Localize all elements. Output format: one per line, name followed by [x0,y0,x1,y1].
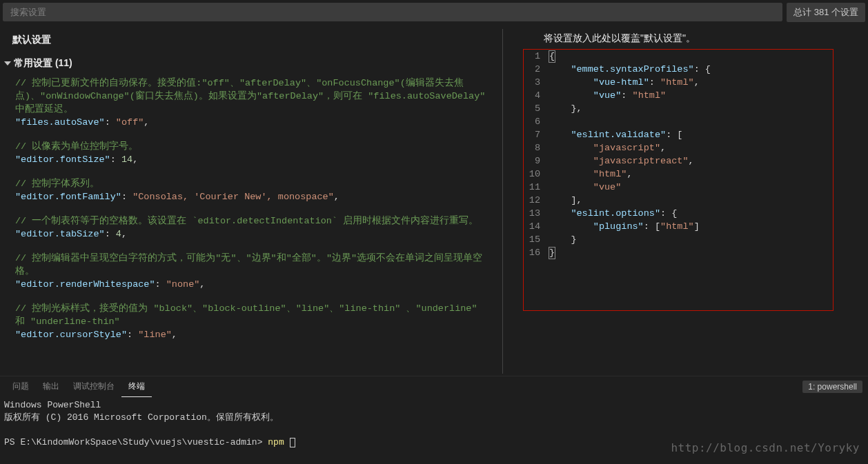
setting-group[interactable]: // 控制已更新文件的自动保存。接受的值:"off"、"afterDelay"、… [15,77,487,129]
setting-keyvalue[interactable]: "editor.fontFamily": "Consolas, 'Courier… [15,190,487,203]
code-area[interactable]: { "emmet.syntaxProfiles": { "vue-html": … [546,50,833,310]
search-input[interactable] [3,3,782,21]
code-line[interactable]: "plugins": ["html"] [549,220,830,233]
line-number: 6 [524,115,540,128]
setting-group[interactable]: // 控制光标样式，接受的值为 "block"、"block-outline"、… [15,302,487,341]
settings-count-badge: 总计 381 个设置 [787,3,865,22]
line-number: 13 [524,207,540,220]
setting-comment: // 控制光标样式，接受的值为 "block"、"block-outline"、… [15,302,487,328]
setting-group[interactable]: // 控制编辑器中呈现空白字符的方式，可能为"无"、"边界"和"全部"。"边界"… [15,252,487,291]
line-number: 15 [524,233,540,246]
tab-debug-console[interactable]: 调试控制台 [66,376,121,396]
code-line[interactable]: "javascriptreact", [549,154,830,168]
common-settings-header[interactable]: 常用设置 (11) [0,50,502,77]
tab-terminal[interactable]: 终端 [121,376,152,397]
setting-comment: // 控制已更新文件的自动保存。接受的值:"off"、"afterDelay"、… [15,77,487,116]
setting-keyvalue[interactable]: "files.autoSave": "off", [15,116,487,129]
line-number: 12 [524,194,540,207]
line-number: 3 [524,76,540,89]
setting-comment: // 控制编辑器中呈现空白字符的方式，可能为"无"、"边界"和"全部"。"边界"… [15,252,487,278]
line-number: 1 [524,50,540,63]
setting-group[interactable]: // 控制字体系列。"editor.fontFamily": "Consolas… [15,177,487,203]
collapse-icon [4,61,11,65]
terminal-selector[interactable]: 1: powershell [802,381,862,393]
tab-output[interactable]: 输出 [36,376,66,396]
default-settings-title: 默认设置 [0,30,502,50]
code-line[interactable]: "eslint.validate": [ [549,128,830,141]
code-line[interactable]: } [549,246,830,259]
code-line[interactable]: } [549,233,830,246]
watermark-text: http://blog.csdn.net/Yoryky [671,441,860,454]
terminal-prompt: PS E:\KindomWorkSpace\Study\vuejs\vuesti… [4,437,262,447]
setting-comment: // 以像素为单位控制字号。 [15,140,487,153]
line-number: 5 [524,102,540,115]
line-number: 11 [524,181,540,194]
code-line[interactable]: "html", [549,168,830,181]
line-number: 14 [524,220,540,233]
section-label: 常用设置 (11) [14,57,72,70]
panel-tabs: 问题 输出 调试控制台 终端 1: powershell [0,376,868,396]
user-settings-editor[interactable]: 12345678910111213141516 { "emmet.syntaxP… [523,49,834,311]
terminal-command: npm [268,437,284,447]
code-line[interactable]: { [549,50,830,63]
settings-search-bar: 总计 381 个设置 [0,0,868,24]
setting-keyvalue[interactable]: "editor.renderWhitespace": "none", [15,278,487,291]
settings-split-view: 默认设置 常用设置 (11) // 控制已更新文件的自动保存。接受的值:"off… [0,24,868,376]
tab-problems[interactable]: 问题 [6,376,36,396]
setting-keyvalue[interactable]: "editor.cursorStyle": "line", [15,328,487,341]
terminal-line: Windows PowerShell [4,399,864,412]
default-settings-pane[interactable]: 默认设置 常用设置 (11) // 控制已更新文件的自动保存。接受的值:"off… [0,24,502,376]
line-number: 16 [524,246,540,259]
settings-list[interactable]: // 控制已更新文件的自动保存。接受的值:"off"、"afterDelay"、… [0,77,502,341]
setting-comment: // 控制字体系列。 [15,177,487,190]
terminal-line: 版权所有 (C) 2016 Microsoft Corporation。保留所有… [4,412,864,424]
line-number: 9 [524,154,540,168]
line-number: 4 [524,89,540,102]
setting-group[interactable]: // 一个制表符等于的空格数。该设置在 `editor.detectIndent… [15,214,487,241]
code-line[interactable] [549,115,830,128]
setting-comment: // 一个制表符等于的空格数。该设置在 `editor.detectIndent… [15,214,487,228]
terminal-cursor [290,438,295,447]
line-numbers-gutter: 12345678910111213141516 [524,50,546,310]
code-line[interactable]: ], [549,194,830,207]
line-number: 2 [524,63,540,76]
line-number: 10 [524,168,540,181]
code-line[interactable]: "eslint.options": { [549,207,830,220]
code-line[interactable]: "javascript", [549,141,830,154]
user-settings-pane[interactable]: 将设置放入此处以覆盖"默认设置"。 1234567891011121314151… [502,24,868,376]
setting-keyvalue[interactable]: "editor.tabSize": 4, [15,228,487,241]
setting-group[interactable]: // 以像素为单位控制字号。"editor.fontSize": 14, [15,140,487,166]
user-settings-hint: 将设置放入此处以覆盖"默认设置"。 [502,28,868,49]
code-line[interactable]: "emmet.syntaxProfiles": { [549,63,830,76]
code-line[interactable]: "vue-html": "html", [549,76,830,89]
code-line[interactable]: "vue": "html" [549,89,830,102]
line-number: 7 [524,128,540,141]
terminal-line [4,424,864,436]
line-number: 8 [524,141,540,154]
code-line[interactable]: "vue" [549,181,830,194]
setting-keyvalue[interactable]: "editor.fontSize": 14, [15,153,487,166]
code-line[interactable]: }, [549,102,830,115]
